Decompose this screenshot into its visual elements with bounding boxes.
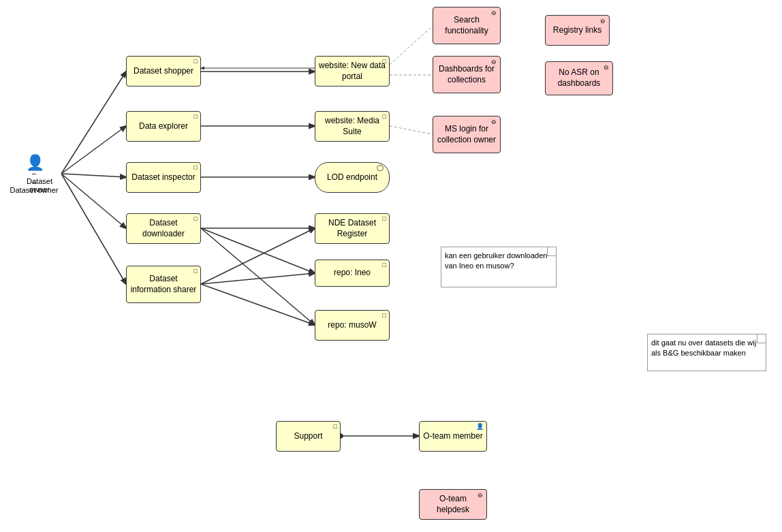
- dashboards-node: Dashboards for collections ⊖: [433, 56, 501, 93]
- nde-dataset-node: NDE Dataset Register □: [315, 213, 390, 244]
- dataset-info-sharer-node: Dataset information sharer □: [126, 266, 201, 303]
- o-team-member-node: O-team member 👤: [419, 421, 487, 452]
- search-functionality-node: Search functionality ⊖: [433, 7, 501, 44]
- actor-symbol: 👤: [26, 155, 44, 170]
- support-label: Support: [294, 431, 322, 442]
- use-case-icon-ineo: □: [383, 262, 386, 270]
- svg-line-17: [390, 126, 433, 134]
- website-media-node: website: Media Suite □: [315, 111, 390, 142]
- no-asr-node: No ASR on dashboards ⊖: [545, 61, 613, 95]
- dataset-downloader-node: Dataset downloader □: [126, 213, 201, 244]
- data-explorer-node: Data explorer □: [126, 111, 201, 142]
- o-team-helpdesk-node: O-team helpdesk ⊖: [419, 489, 487, 520]
- no-asr-label: No ASR on dashboards: [548, 67, 610, 89]
- svg-line-3: [61, 174, 126, 228]
- svg-line-15: [390, 26, 433, 65]
- support-node: Support □: [276, 421, 341, 452]
- dataset-info-sharer-label: Dataset information sharer: [129, 274, 198, 295]
- datasets-note: dit gaat nu over datasets die wij als B&…: [647, 334, 766, 371]
- dataset-shopper-label: Dataset shopper: [134, 66, 193, 77]
- svg-line-12: [201, 273, 315, 284]
- use-case-icon-explorer: □: [194, 113, 198, 121]
- repo-ineo-node: repo: Ineo □: [315, 260, 390, 287]
- ms-login-label: MS login for collection owner: [436, 124, 497, 145]
- extend-icon-registry: ⊖: [600, 18, 606, 26]
- repo-musow-node: repo: musoW □: [315, 310, 390, 341]
- svg-line-13: [201, 284, 315, 325]
- repo-ineo-label: repo: Ineo: [334, 268, 371, 279]
- actor-text: Dataset owner: [19, 177, 60, 193]
- repo-musow-label: repo: musoW: [328, 320, 376, 331]
- datasets-note-text: dit gaat nu over datasets die wij als B&…: [651, 339, 756, 357]
- use-case-icon-support: □: [334, 423, 337, 431]
- registry-links-label: Registry links: [553, 25, 601, 36]
- nde-dataset-label: NDE Dataset Register: [318, 218, 386, 239]
- use-case-icon-media: □: [383, 113, 386, 121]
- dataset-inspector-node: Dataset inspector □: [126, 162, 201, 193]
- dataset-downloader-label: Dataset downloader: [129, 218, 198, 239]
- use-case-icon-lod: ◯: [377, 164, 384, 172]
- svg-line-4: [61, 174, 126, 284]
- website-new-node: website: New data portal □: [315, 56, 390, 87]
- extend-icon-ms-login: ⊖: [491, 119, 497, 127]
- data-explorer-label: Data explorer: [139, 121, 188, 132]
- download-question-text: kan een gebruiker downloaden van Ineo en…: [445, 251, 547, 270]
- website-new-label: website: New data portal: [318, 61, 386, 82]
- dataset-shopper-node: Dataset shopper □: [126, 56, 201, 87]
- diagram-container: ⚬ ⎯⎯ Dataset owner 👤 Dataset owner Datas…: [0, 0, 782, 532]
- dashboards-label: Dashboards for collections: [436, 64, 497, 85]
- lod-endpoint-node: LOD endpoint ◯: [315, 162, 390, 193]
- download-question-note: kan een gebruiker downloaden van Ineo en…: [441, 247, 557, 287]
- svg-line-9: [201, 228, 315, 273]
- svg-line-11: [201, 228, 315, 284]
- o-team-member-label: O-team member: [423, 431, 482, 442]
- website-media-label: website: Media Suite: [318, 116, 386, 137]
- use-case-icon-shopper: □: [194, 58, 198, 66]
- svg-line-10: [201, 228, 315, 325]
- lod-endpoint-label: LOD endpoint: [327, 172, 377, 183]
- svg-line-1: [61, 126, 126, 174]
- use-case-icon-inspector: □: [194, 164, 198, 172]
- o-team-helpdesk-label: O-team helpdesk: [422, 494, 484, 515]
- use-case-icon-downloader: □: [194, 215, 198, 223]
- ms-login-node: MS login for collection owner ⊖: [433, 116, 501, 153]
- registry-links-node: Registry links ⊖: [545, 15, 610, 46]
- extend-icon-dashboards: ⊖: [491, 59, 497, 67]
- diagram-arrows: [0, 0, 782, 532]
- search-functionality-label: Search functionality: [436, 15, 497, 36]
- svg-line-0: [61, 72, 126, 174]
- actor-icon-o-team: 👤: [476, 423, 484, 431]
- dataset-inspector-label: Dataset inspector: [131, 172, 195, 183]
- use-case-icon-musow: □: [383, 312, 386, 320]
- use-case-icon-new: □: [383, 58, 386, 66]
- use-case-icon-nde: □: [383, 215, 386, 223]
- extend-icon-asr: ⊖: [604, 64, 609, 72]
- extend-icon-helpdesk: ⊖: [478, 492, 483, 500]
- svg-line-2: [61, 174, 126, 177]
- extend-icon-search: ⊖: [491, 10, 497, 18]
- use-case-icon-sharer: □: [194, 268, 198, 276]
